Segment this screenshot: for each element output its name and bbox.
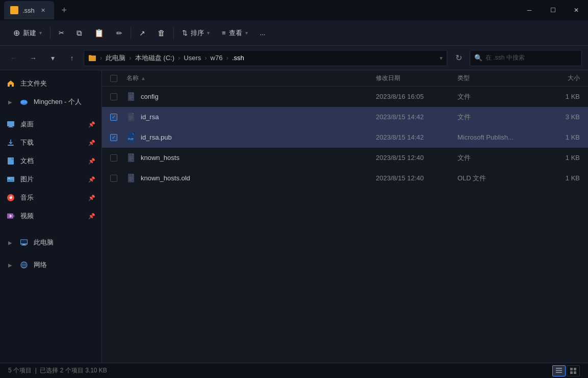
svg-marker-20 [13,214,14,218]
svg-rect-11 [8,127,13,127]
path-local-disk[interactable]: 本地磁盘 (C:) [135,53,174,63]
file-name: known_hosts.old [141,174,376,182]
path-user[interactable]: w76 [211,54,223,62]
maximize-button[interactable]: ☐ [541,0,565,20]
downloads-icon [6,138,15,147]
col-name-label: 名称 [126,74,139,83]
sidebar-item-music[interactable]: 音乐 📌 [0,188,101,207]
sidebar-item-downloads[interactable]: 下载 📌 [0,133,101,152]
new-tab-button[interactable]: + [56,2,72,18]
sort-chevron-icon: ▾ [207,30,210,36]
sidebar-item-home[interactable]: 主文件夹 [0,74,101,93]
paste-button[interactable]: 📋 [89,24,109,42]
svg-point-18 [10,197,12,199]
new-label: 新建 [23,29,36,38]
svg-rect-60 [556,372,562,373]
forward-button[interactable]: → [25,50,41,66]
svg-point-7 [21,100,24,103]
this-pc-icon [19,238,29,247]
sidebar-item-videos[interactable]: 视频 📌 [0,207,101,225]
rename-button[interactable]: ✏ [111,24,127,42]
new-icon: ⊕ [13,28,20,38]
tab-area: .ssh ✕ + [4,0,518,20]
file-type: 文件 [457,113,539,122]
path-separator-1: › [129,54,131,62]
copy-button[interactable]: ⧉ [71,24,87,42]
active-tab[interactable]: .ssh ✕ [4,1,54,19]
sidebar-item-desktop[interactable]: 桌面 📌 [0,115,101,133]
column-header-type[interactable]: 类型 [457,74,539,83]
videos-icon [6,211,15,221]
svg-rect-5 [89,55,91,56]
cut-icon: ✂ [59,29,64,37]
svg-rect-2 [12,8,14,9]
cut-button[interactable]: ✂ [54,24,69,42]
documents-icon [6,156,15,166]
row-checkbox[interactable] [110,175,117,182]
delete-button[interactable]: 🗑 [152,24,170,42]
row-checkbox[interactable]: ✓ [110,114,117,121]
sort-button[interactable]: ⇅ 排序 ▾ [177,24,215,42]
minimize-button[interactable]: ─ [518,0,541,20]
sidebar-home-label: 主文件夹 [20,79,47,88]
window-controls: ─ ☐ ✕ [518,0,588,20]
new-button[interactable]: ⊕ 新建 ▾ [8,24,47,42]
column-header-date[interactable]: 修改日期 [376,74,457,83]
file-size: 3 KB [539,113,580,121]
list-view-button[interactable] [552,365,566,376]
address-bar[interactable]: › 此电脑 › 本地磁盘 (C:) › Users › w76 › .ssh ▾ [84,50,447,66]
column-header-name[interactable]: 名称 ▲ [126,74,376,83]
network-expand-icon: ▶ [6,261,14,269]
table-row[interactable]: known_hosts.old2023/8/15 12:40OLD 文件1 KB [102,168,588,188]
up-button[interactable]: ↑ [64,50,80,66]
sidebar-item-network[interactable]: ▶ 网络 [0,256,101,274]
view-button[interactable]: ≡ 查看 ▾ [217,24,253,42]
row-checkbox[interactable] [110,154,117,161]
music-icon [6,193,15,202]
network-icon [19,260,29,269]
toolbar-separator-2 [131,27,131,39]
table-row[interactable]: known_hosts2023/8/15 12:40文件1 KB [102,148,588,168]
tab-close-button[interactable]: ✕ [39,6,48,15]
row-checkbox[interactable]: ✓ [110,134,117,141]
file-icon [126,91,137,103]
sidebar-item-documents[interactable]: 文档 📌 [0,152,101,170]
close-button[interactable]: ✕ [565,0,588,20]
search-placeholder: 在 .ssh 中搜索 [485,53,525,62]
delete-icon: 🗑 [158,29,165,37]
row-checkbox-col [110,93,122,100]
file-name: config [141,93,376,100]
sidebar-this-pc-label: 此电脑 [34,238,54,247]
column-header-size[interactable]: 大小 [539,74,580,83]
sidebar-videos-label: 视频 [20,211,34,221]
toolbar: ⊕ 新建 ▾ ✂ ⧉ 📋 ✏ ↗ 🗑 ⇅ 排序 ▾ ≡ 查看 ▾ ... [0,20,588,46]
table-row[interactable]: ✓ PUB id_rsa.pub2023/8/15 14:42Microsoft… [102,127,588,148]
row-checkbox-col [110,175,122,182]
sort-icon: ⇅ [182,29,188,37]
recent-locations-button[interactable]: ▾ [45,50,60,66]
share-button[interactable]: ↗ [134,24,150,42]
svg-rect-59 [556,370,562,371]
path-folder[interactable]: .ssh [232,54,244,62]
file-size: 1 KB [539,133,580,141]
sidebar-item-cloud[interactable]: ▶ Mingchen - 个人 [0,93,101,111]
table-row[interactable]: config2023/8/16 16:05文件1 KB [102,87,588,107]
refresh-button[interactable]: ↻ [451,51,466,65]
svg-rect-25 [21,240,27,244]
videos-pin-icon: 📌 [88,213,95,220]
grid-view-button[interactable] [567,365,580,376]
path-users[interactable]: Users [184,54,201,62]
search-box[interactable]: 🔍 在 .ssh 中搜索 [470,50,582,66]
row-checkbox[interactable] [110,93,117,100]
cloud-expand-icon: ▶ [6,98,14,106]
sidebar-item-pictures[interactable]: 图片 📌 [0,170,101,188]
music-pin-icon: 📌 [88,195,95,201]
svg-rect-64 [574,371,576,374]
path-this-pc[interactable]: 此电脑 [106,53,125,63]
back-button[interactable]: ← [6,50,21,66]
more-button[interactable]: ... [255,24,271,42]
sidebar-item-this-pc[interactable]: ▶ 此电脑 [0,233,101,252]
sidebar: 主文件夹 ▶ Mingchen - 个人 桌面 [0,70,102,363]
address-dropdown-icon[interactable]: ▾ [440,55,443,62]
table-row[interactable]: ✓ id_rsa2023/8/15 14:42文件3 KB [102,107,588,127]
